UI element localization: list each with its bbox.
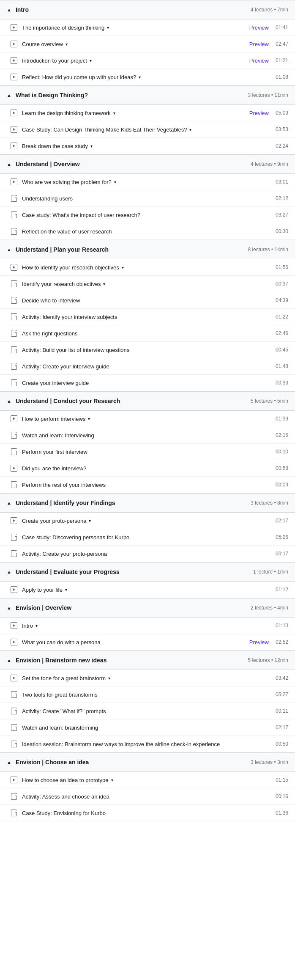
dropdown-arrow-icon[interactable]: ▾ [122,265,124,270]
list-item[interactable]: Perform your first interview00:10 [0,444,295,460]
dropdown-arrow-icon[interactable]: ▾ [90,58,92,63]
chevron-up-icon: ▲ [7,605,11,610]
dropdown-arrow-icon[interactable]: ▾ [111,778,113,782]
dropdown-arrow-icon[interactable]: ▾ [139,75,141,80]
lecture-title-text: Intro [22,623,33,629]
section-header-understand-conduct[interactable]: ▲Understand | Conduct your Research5 lec… [0,391,295,411]
list-item[interactable]: How to choose an idea to prototype ▾01:1… [0,772,295,788]
list-item[interactable]: Who are we solving the problem for? ▾03:… [0,174,295,190]
list-item[interactable]: Intro ▾01:10 [0,618,295,634]
preview-link[interactable]: Preview [249,58,269,64]
dropdown-arrow-icon[interactable]: ▾ [189,127,191,132]
lecture-right: 01:39 [275,416,288,422]
list-item[interactable]: Introduction to your project ▾Preview01:… [0,52,295,69]
dropdown-arrow-icon[interactable]: ▾ [103,282,105,286]
list-item[interactable]: Break down the case study ▾02:24 [0,138,295,154]
section-header-understand-evaluate[interactable]: ▲Understand | Evaluate your Progress1 le… [0,562,295,582]
section-meta: 8 lectures • 14min [248,247,288,253]
dropdown-arrow-icon[interactable]: ▾ [114,180,116,184]
list-item[interactable]: Create your proto-persona ▾02:17 [0,513,295,529]
list-item[interactable]: How to identify your research objectives… [0,259,295,276]
chevron-up-icon: ▲ [7,658,11,663]
lecture-right: 02:16 [275,432,288,438]
list-item[interactable]: Watch and learn: brainstorming02:17 [0,719,295,736]
list-item[interactable]: Decide who to interview04:39 [0,292,295,309]
section-header-understand-plan[interactable]: ▲Understand | Plan your Research8 lectur… [0,240,295,259]
section-header-intro[interactable]: ▲Intro4 lectures • 7min [0,0,295,19]
lecture-title: How to identify your research objectives… [22,264,270,271]
section-header-design-thinking[interactable]: ▲What is Design Thinking?3 lectures • 11… [0,85,295,105]
section-header-understand-overview[interactable]: ▲Understand | Overview4 lectures • 9min [0,154,295,174]
lecture-duration: 01:15 [275,777,288,783]
list-item[interactable]: What you can do with a personaPreview02:… [0,634,295,651]
lecture-title: Course overview ▾ [22,41,245,47]
lecture-title-text: The importance of design thinking [22,25,104,31]
list-item[interactable]: Perform the rest of your interviews00:09 [0,477,295,493]
preview-link[interactable]: Preview [249,639,269,645]
doc-icon [11,448,17,455]
lecture-title-text: Introduction to your project [22,58,87,64]
list-item[interactable]: Activity: Build your list of interview q… [0,342,295,358]
dropdown-arrow-icon[interactable]: ▾ [36,623,38,628]
section-header-envision-choose[interactable]: ▲Envision | Choose an idea3 lectures • 3… [0,752,295,772]
list-item[interactable]: Apply to your life ▾01:12 [0,582,295,598]
section-title-envision-choose: ▲Envision | Choose an idea [7,759,89,766]
dropdown-arrow-icon[interactable]: ▾ [113,111,115,115]
lecture-title-text: Two tools for great brainstorms [22,692,97,698]
list-item[interactable]: Activity: Create your proto-persona00:17 [0,546,295,562]
list-item[interactable]: Learn the design thinking framework ▾Pre… [0,105,295,121]
list-item[interactable]: Reflect: How did you come up with your i… [0,69,295,85]
dropdown-arrow-icon[interactable]: ▾ [88,417,90,421]
dropdown-arrow-icon[interactable]: ▾ [107,25,109,30]
list-item[interactable]: Activity: Assess and choose an idea00:16 [0,788,295,805]
dropdown-arrow-icon[interactable]: ▾ [90,144,93,148]
dropdown-arrow-icon[interactable]: ▾ [108,676,110,681]
list-item[interactable]: Case study: What's the impact of user re… [0,207,295,223]
list-item[interactable]: Activity: Create your interview guide01:… [0,358,295,375]
section-header-understand-findings[interactable]: ▲Understand | Identify your Findings3 le… [0,493,295,513]
section-title-text: Understand | Conduct your Research [16,398,120,404]
section-meta: 5 lectures • 5min [251,398,288,404]
section-header-envision-brainstorm[interactable]: ▲Envision | Brainstorm new ideas5 lectur… [0,651,295,670]
lecture-title-text: Activity: Assess and choose an idea [22,793,109,800]
lecture-duration: 01:48 [275,363,288,369]
list-item[interactable]: Two tools for great brainstorms05:27 [0,686,295,703]
list-item[interactable]: Create your interview guide00:33 [0,375,295,391]
list-item[interactable]: Understanding users02:12 [0,190,295,207]
lecture-duration: 03:42 [275,675,288,681]
list-item[interactable]: Did you ace the interview?00:58 [0,460,295,477]
preview-link[interactable]: Preview [249,41,269,47]
section-title-text: Understand | Plan your Research [16,246,109,253]
lecture-title: Perform your first interview [22,449,270,455]
list-item[interactable]: Reflect on the value of user research00:… [0,223,295,240]
list-item[interactable]: Course overview ▾Preview02:47 [0,36,295,52]
list-item[interactable]: Watch and learn: Interviewing02:16 [0,427,295,444]
lecture-duration: 00:45 [275,347,288,353]
list-item[interactable]: Activity: Create "What if?" prompts00:11 [0,703,295,719]
lecture-title-text: How to identify your research objectives [22,264,119,271]
list-item[interactable]: Set the tone for a great brainstorm ▾03:… [0,670,295,686]
list-item[interactable]: Ask the right questions02:46 [0,325,295,342]
list-item[interactable]: Case Study: Envisioning for Kurbo01:36 [0,805,295,821]
list-item[interactable]: Case study: Discovering personas for Kur… [0,529,295,546]
lecture-title-text: Watch and learn: brainstorming [22,725,98,731]
dropdown-arrow-icon[interactable]: ▾ [65,587,67,592]
list-item[interactable]: Case Study: Can Design Thinking Make Kid… [0,121,295,138]
dropdown-arrow-icon[interactable]: ▾ [89,519,91,523]
dropdown-arrow-icon[interactable]: ▾ [66,42,68,47]
lecture-title: Decide who to interview [22,297,270,304]
list-item[interactable]: Ideation session: Brainstorm new ways to… [0,736,295,752]
list-item[interactable]: How to perform interviews ▾01:39 [0,411,295,427]
list-item[interactable]: Activity: Identify your interview subjec… [0,309,295,325]
list-item[interactable]: The importance of design thinking ▾Previ… [0,19,295,36]
lecture-title-text: Learn the design thinking framework [22,110,111,116]
section-header-envision-overview[interactable]: ▲Envision | Overview2 lectures • 4min [0,598,295,618]
lecture-right: 02:12 [275,195,288,201]
lecture-duration: 02:52 [275,639,288,645]
lecture-title-text: Case study: Discovering personas for Kur… [22,534,129,541]
preview-link[interactable]: Preview [249,25,269,31]
lecture-title: Activity: Identify your interview subjec… [22,314,270,320]
preview-link[interactable]: Preview [249,110,269,116]
list-item[interactable]: Identify your research objectives ▾00:37 [0,276,295,292]
section-title-text: Envision | Brainstorm new ideas [16,657,107,664]
